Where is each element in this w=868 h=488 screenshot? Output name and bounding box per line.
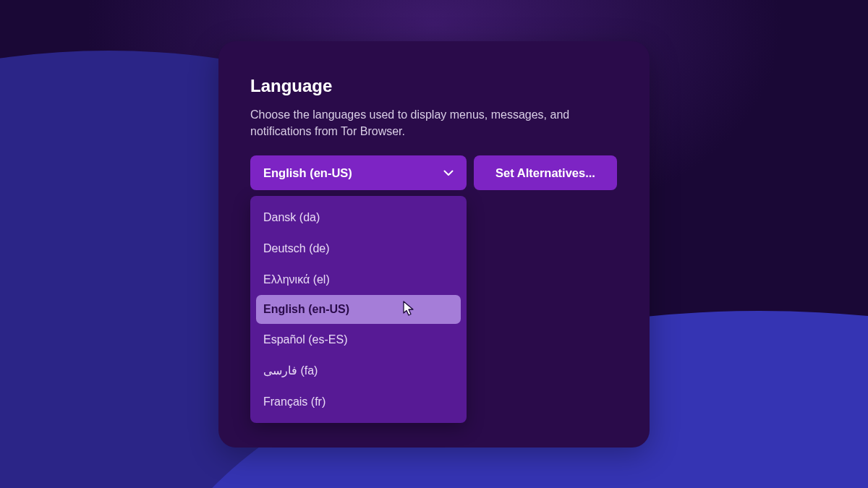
language-settings-panel: Language Choose the languages used to di… [218,41,650,448]
chevron-down-icon [443,170,454,176]
panel-title: Language [250,76,618,96]
set-alternatives-button[interactable]: Set Alternatives... [474,155,617,190]
dropdown-item-french[interactable]: Français (fr) [250,386,467,417]
dropdown-item-label: Deutsch (de) [263,242,330,255]
panel-description: Choose the languages used to display men… [250,106,583,140]
dropdown-item-dansk[interactable]: Dansk (da) [250,202,467,233]
controls-row: English (en-US) Set Alternatives... [250,155,618,190]
dropdown-item-greek[interactable]: Ελληνικά (el) [250,264,467,295]
dropdown-item-label: Español (es-ES) [263,333,348,346]
dropdown-item-spanish[interactable]: Español (es-ES) [250,324,467,355]
set-alternatives-label: Set Alternatives... [495,166,595,180]
dropdown-item-label: English (en-US) [263,303,349,316]
dropdown-item-deutsch[interactable]: Deutsch (de) [250,233,467,264]
dropdown-item-english[interactable]: English (en-US) [256,295,461,324]
dropdown-item-farsi[interactable]: فارسی (fa) [250,355,467,386]
language-select-button[interactable]: English (en-US) [250,155,467,190]
dropdown-item-label: Français (fr) [263,395,326,408]
language-dropdown: Dansk (da) Deutsch (de) Ελληνικά (el) En… [250,196,467,423]
dropdown-item-label: فارسی (fa) [263,364,318,377]
language-select-label: English (en-US) [263,166,352,180]
dropdown-item-label: Dansk (da) [263,211,320,224]
dropdown-item-label: Ελληνικά (el) [263,273,330,286]
